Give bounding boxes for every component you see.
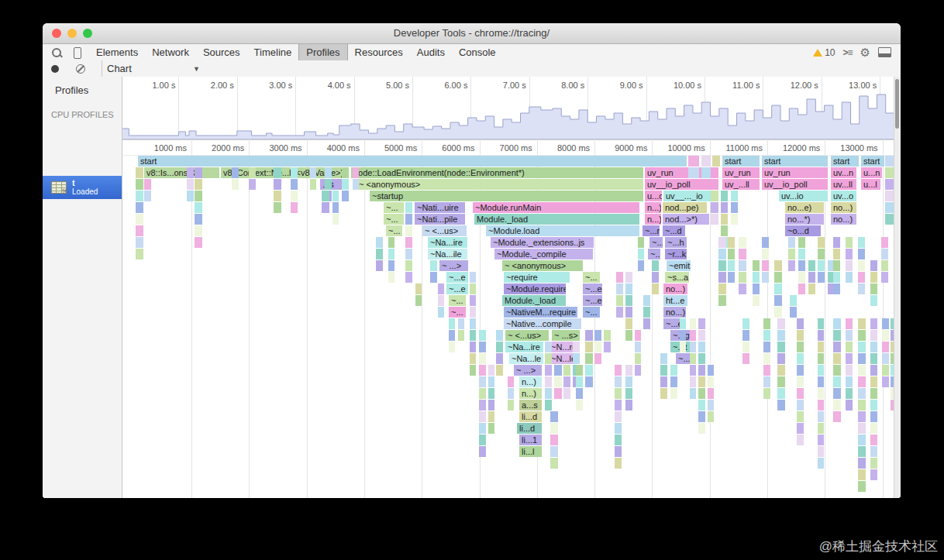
flame-bar[interactable]: ~require — [504, 272, 570, 283]
flame-cell[interactable] — [882, 353, 889, 364]
flame-cell[interactable] — [777, 318, 785, 329]
flame-cell[interactable] — [808, 272, 815, 283]
flame-cell[interactable] — [777, 342, 785, 352]
flame-cell[interactable] — [846, 353, 853, 364]
flame-cell[interactable] — [833, 260, 840, 271]
flame-cell[interactable] — [195, 214, 202, 225]
flame-cell[interactable] — [858, 342, 866, 352]
flame-bar[interactable]: node::LoadEnvironment(node::Environment*… — [351, 167, 643, 178]
flame-cell[interactable] — [818, 330, 824, 341]
flame-cell[interactable] — [882, 342, 889, 352]
flame-cell[interactable] — [774, 307, 782, 318]
flame-bar[interactable]: ~...e — [446, 272, 468, 283]
flame-cell[interactable] — [643, 307, 650, 318]
flame-cell[interactable] — [753, 272, 760, 283]
flame-cell[interactable] — [187, 179, 194, 190]
flame-cell[interactable] — [881, 260, 888, 271]
flame-cell[interactable] — [798, 249, 805, 259]
flame-cell[interactable] — [797, 388, 804, 399]
flame-bar[interactable]: ~Native...compile — [504, 318, 581, 329]
flame-cell[interactable] — [731, 202, 738, 213]
tab-audits[interactable]: Audits — [410, 44, 452, 60]
flame-bar[interactable]: n...) — [519, 376, 542, 387]
flame-bar[interactable]: n...) — [519, 388, 542, 399]
flame-cell[interactable] — [195, 225, 202, 236]
flame-bar[interactable]: ~... — [583, 307, 600, 318]
flame-cell[interactable] — [858, 353, 866, 364]
flame-cell[interactable] — [615, 376, 622, 387]
flame-cell[interactable] — [858, 272, 865, 283]
flame-bar[interactable]: no...) — [663, 283, 687, 294]
flame-cell[interactable] — [388, 272, 394, 283]
flame-cell[interactable] — [777, 353, 785, 364]
flame-bar[interactable]: start — [138, 156, 687, 167]
flame-cell[interactable] — [797, 435, 804, 445]
flame-cell[interactable] — [144, 191, 151, 201]
flame-cell[interactable] — [833, 342, 841, 352]
flame-cell[interactable] — [846, 342, 853, 352]
flame-cell[interactable] — [376, 237, 383, 248]
flame-cell[interactable] — [274, 167, 281, 178]
flame-cell[interactable] — [488, 376, 494, 387]
flame-cell[interactable] — [615, 458, 622, 469]
flame-cell[interactable] — [718, 260, 726, 271]
flame-cell[interactable] — [870, 376, 877, 387]
flame-cell[interactable] — [718, 272, 726, 283]
flame-cell[interactable] — [818, 423, 824, 434]
flame-cell[interactable] — [563, 376, 570, 387]
flame-cell[interactable] — [576, 376, 583, 387]
flame-cell[interactable] — [818, 388, 824, 399]
flame-cell[interactable] — [332, 191, 339, 201]
flame-bar[interactable]: no...) — [831, 214, 856, 225]
flame-cell[interactable] — [870, 469, 877, 480]
flame-bar[interactable]: ~ <anonymous> — [502, 260, 583, 271]
flame-cell[interactable] — [508, 388, 514, 399]
flame-cell[interactable] — [274, 179, 281, 190]
flame-cell[interactable] — [808, 283, 815, 294]
flame-cell[interactable] — [479, 365, 486, 376]
flame-cell[interactable] — [249, 167, 256, 178]
flame-cell[interactable] — [742, 330, 749, 341]
flame-cell[interactable] — [753, 260, 760, 271]
flame-cell[interactable] — [479, 411, 486, 422]
flame-cell[interactable] — [881, 249, 888, 259]
flame-cell[interactable] — [594, 353, 601, 364]
flame-cell[interactable] — [195, 179, 202, 190]
flame-cell[interactable] — [858, 249, 865, 259]
flame-bar[interactable]: u...n — [861, 167, 882, 178]
gear-icon[interactable]: ⚙ — [860, 46, 870, 60]
flame-cell[interactable] — [790, 295, 797, 306]
flame-bar[interactable]: ~ <...us> — [422, 225, 467, 236]
flame-cell[interactable] — [660, 353, 667, 364]
flame-cell[interactable] — [291, 179, 298, 190]
flame-cell[interactable] — [718, 249, 726, 259]
flame-cell[interactable] — [136, 249, 143, 259]
flame-cell[interactable] — [846, 330, 853, 341]
flame-cell[interactable] — [763, 330, 770, 341]
flame-cell[interactable] — [731, 214, 738, 225]
flame-cell[interactable] — [870, 342, 877, 352]
flame-bar[interactable]: ~... — [384, 202, 404, 213]
flame-cell[interactable] — [788, 237, 795, 248]
flame-cell[interactable] — [846, 376, 853, 387]
flame-cell[interactable] — [858, 330, 866, 341]
vertical-scrollbar[interactable] — [894, 77, 901, 498]
flame-cell[interactable] — [688, 156, 699, 167]
flame-cell[interactable] — [728, 272, 735, 283]
flame-cell[interactable] — [690, 376, 696, 387]
flame-bar[interactable]: ~r...k — [665, 249, 687, 259]
scrollbar-thumb[interactable] — [895, 79, 899, 129]
flame-cell[interactable] — [818, 272, 825, 283]
flame-cell[interactable] — [496, 353, 503, 364]
flame-cell[interactable] — [762, 260, 769, 271]
flame-bar[interactable]: v8::Is...onst&) — [144, 167, 219, 178]
flame-bar[interactable]: uv_run — [722, 167, 760, 178]
flame-cell[interactable] — [731, 191, 738, 201]
flame-bar[interactable]: Module._load — [474, 214, 639, 225]
tab-sources[interactable]: Sources — [196, 44, 247, 60]
flame-cell[interactable] — [195, 237, 202, 248]
flame-cell[interactable] — [833, 272, 840, 283]
flame-cell[interactable] — [615, 388, 622, 399]
flame-cell[interactable] — [643, 295, 650, 306]
flame-cell[interactable] — [718, 283, 726, 294]
